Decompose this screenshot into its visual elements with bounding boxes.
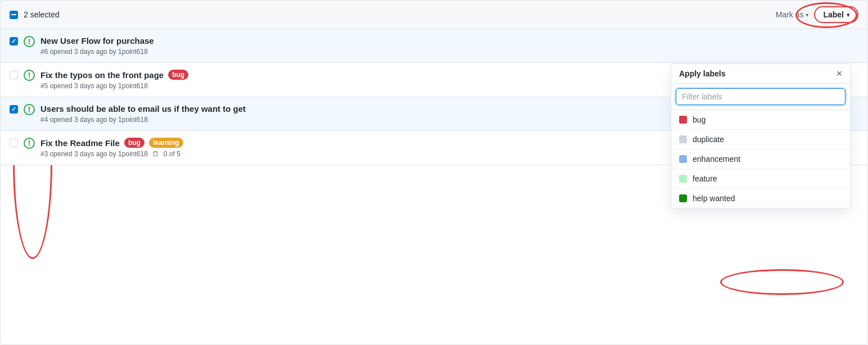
- issue-open-icon-3: !: [24, 104, 35, 115]
- issue-item-1: ! New User Flow for purchase #6 opened 3…: [1, 29, 867, 63]
- label-name-duplicate: duplicate: [693, 135, 724, 144]
- issue-checkbox-3[interactable]: [10, 105, 18, 114]
- label-name-enhancement: enhancement: [693, 155, 740, 164]
- filter-input-wrapper: [671, 84, 850, 110]
- mark-as-button[interactable]: Mark as ▾: [776, 10, 809, 19]
- dropdown-close-button[interactable]: ×: [836, 69, 842, 79]
- dropdown-header: Apply labels ×: [671, 64, 850, 84]
- label-list-item-bug[interactable]: bug: [671, 110, 850, 130]
- issue-open-icon-4: !: [24, 138, 35, 149]
- label-name-help-wanted: help wanted: [693, 194, 735, 203]
- filter-labels-input[interactable]: [676, 88, 846, 105]
- issues-container: 2 selected Mark as ▾ Label ▾ ! New User …: [0, 0, 868, 345]
- issue-label-learning-4: learning: [149, 138, 183, 148]
- label-caret-icon: ▾: [847, 12, 849, 18]
- label-color-help-wanted: [679, 194, 687, 202]
- list-header: 2 selected Mark as ▾ Label ▾: [1, 1, 867, 29]
- label-name-bug: bug: [693, 115, 706, 124]
- label-color-feature: [679, 175, 687, 183]
- header-left: 2 selected: [10, 10, 60, 19]
- dropdown-title: Apply labels: [679, 69, 725, 78]
- label-list: bug duplicate enhancement feature help w…: [671, 110, 850, 208]
- select-all-checkbox[interactable]: [10, 11, 18, 19]
- issue-title-2[interactable]: Fix the typos on the front page: [40, 70, 164, 80]
- selected-count: 2 selected: [24, 10, 60, 19]
- label-button-text: Label: [823, 10, 844, 19]
- mark-as-caret-icon: ▾: [806, 12, 808, 18]
- issue-label-bug-4: bug: [124, 138, 144, 148]
- label-list-item-feature[interactable]: feature: [671, 169, 850, 189]
- issue-content-1: New User Flow for purchase #6 opened 3 d…: [40, 36, 858, 56]
- apply-labels-dropdown: Apply labels × bug duplicate enhancement…: [671, 63, 851, 208]
- issue-title-1[interactable]: New User Flow for purchase: [40, 36, 154, 46]
- issue-checkbox-2[interactable]: [10, 71, 18, 79]
- issue-open-icon-2: !: [24, 70, 35, 81]
- label-dropdown-button[interactable]: Label ▾: [814, 6, 858, 23]
- mark-as-label: Mark as: [776, 10, 804, 19]
- issue-checkbox-1[interactable]: [10, 37, 18, 46]
- milestone-text: 0 of 5: [164, 150, 180, 158]
- label-color-enhancement: [679, 155, 687, 163]
- header-right: Mark as ▾ Label ▾: [776, 6, 858, 23]
- label-color-duplicate: [679, 135, 687, 143]
- label-name-feature: feature: [693, 174, 717, 183]
- issue-meta-1: #6 opened 3 days ago by 1point618: [40, 48, 858, 56]
- issue-title-4[interactable]: Fix the Readme File: [40, 138, 120, 148]
- issue-open-icon-1: !: [24, 36, 35, 47]
- issue-title-row-1: New User Flow for purchase: [40, 36, 858, 46]
- label-list-item-help-wanted[interactable]: help wanted: [671, 189, 850, 208]
- issue-title-3[interactable]: Users should be able to email us if they…: [40, 104, 246, 114]
- annotation-feature-circle: [720, 269, 844, 295]
- issue-checkbox-4[interactable]: [10, 139, 18, 147]
- issue-label-bug-2: bug: [168, 70, 188, 80]
- label-color-bug: [679, 116, 687, 124]
- milestone-icon: 🗒: [152, 150, 159, 158]
- label-list-item-enhancement[interactable]: enhancement: [671, 149, 850, 169]
- label-list-item-duplicate[interactable]: duplicate: [671, 130, 850, 149]
